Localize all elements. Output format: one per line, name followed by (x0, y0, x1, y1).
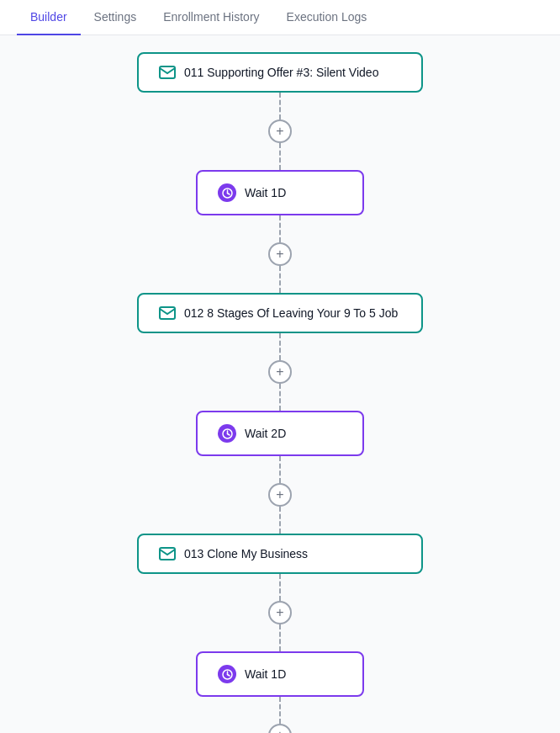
plus-icon-1: + (276, 125, 283, 138)
connector-10 (279, 624, 281, 651)
svg-line-11 (227, 674, 230, 676)
add-button-1[interactable]: + (268, 120, 292, 143)
email-label-011: 011 Supporting Offer #3: Silent Video (184, 66, 378, 79)
clock-icon-3 (218, 665, 236, 683)
clock-icon-2 (218, 424, 236, 443)
wait-node-2[interactable]: Wait 2D (196, 411, 364, 456)
tab-enrollment-history[interactable]: Enrollment History (150, 0, 272, 35)
wait-label-3: Wait 1D (245, 667, 286, 681)
email-icon-011 (159, 66, 176, 79)
email-node-012[interactable]: 012 8 Stages Of Leaving Your 9 To 5 Job (137, 293, 423, 333)
add-button-4[interactable]: + (268, 483, 292, 507)
connector-4 (279, 266, 281, 293)
connector-5 (279, 333, 281, 360)
connector-6 (279, 384, 281, 411)
add-button-3[interactable]: + (268, 360, 292, 384)
email-label-013: 013 Clone My Business (184, 547, 308, 560)
wait-node-3[interactable]: Wait 1D (196, 651, 364, 697)
wait-label-2: Wait 2D (245, 427, 286, 440)
plus-icon-5: + (276, 606, 283, 619)
email-icon-012 (159, 306, 176, 320)
email-icon-013 (159, 547, 176, 560)
clock-icon-1 (218, 183, 236, 202)
email-node-011[interactable]: 011 Supporting Offer #3: Silent Video (137, 52, 423, 93)
email-node-013[interactable]: 013 Clone My Business (137, 534, 423, 574)
add-button-6[interactable]: + (268, 724, 292, 733)
tab-builder[interactable]: Builder (17, 0, 81, 35)
add-button-5[interactable]: + (268, 601, 292, 624)
connector-9 (279, 574, 281, 601)
wait-label-1: Wait 1D (245, 186, 286, 199)
connector-7 (279, 456, 281, 483)
connector-8 (279, 507, 281, 534)
svg-line-3 (227, 193, 230, 194)
wait-node-1[interactable]: Wait 1D (196, 170, 364, 215)
flow-container: 011 Supporting Offer #3: Silent Video + … (0, 52, 560, 733)
connector-1 (279, 93, 281, 120)
email-label-012: 012 8 Stages Of Leaving Your 9 To 5 Job (184, 306, 398, 320)
tab-settings[interactable]: Settings (81, 0, 151, 35)
plus-icon-3: + (276, 365, 283, 379)
connector-2 (279, 143, 281, 170)
connector-11 (279, 697, 281, 724)
plus-icon-2: + (276, 247, 283, 261)
tab-execution-logs[interactable]: Execution Logs (273, 0, 381, 35)
plus-icon-6: + (276, 729, 283, 733)
add-button-2[interactable]: + (268, 242, 292, 266)
svg-line-7 (227, 433, 230, 435)
plus-icon-4: + (276, 488, 283, 502)
main-content: 011 Supporting Offer #3: Silent Video + … (0, 35, 560, 733)
nav-tabs: Builder Settings Enrollment History Exec… (0, 0, 560, 35)
connector-3 (279, 215, 281, 242)
